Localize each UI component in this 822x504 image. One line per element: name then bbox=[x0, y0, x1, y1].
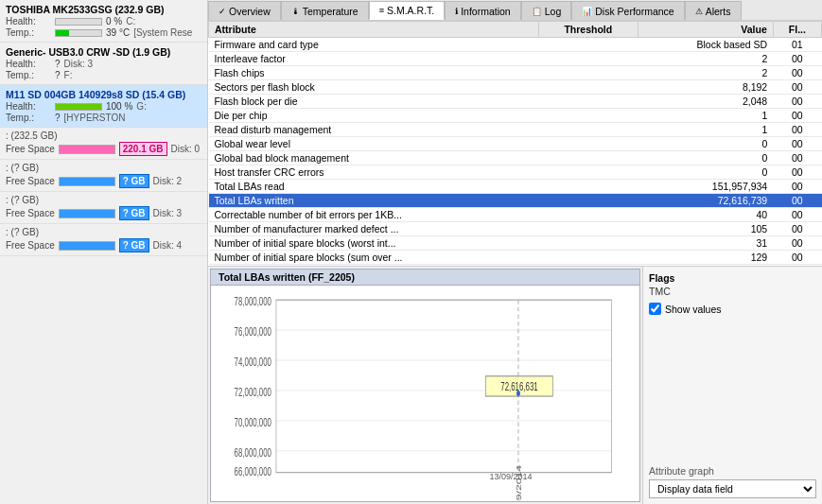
device-name-3: M11 SD 004GB 140929s8 SD (15.4 GB) bbox=[6, 89, 201, 100]
cell-attribute-10: Total LBAs read bbox=[209, 180, 539, 194]
information-icon: ℹ bbox=[455, 7, 458, 16]
log-icon: 📋 bbox=[532, 7, 542, 16]
cell-flags-6: 00 bbox=[773, 123, 821, 137]
disk-space-row-0: Free Space 220.1 GB Disk: 0 bbox=[6, 142, 201, 156]
disk-space-label-0: : (232.5 GB) bbox=[6, 130, 201, 141]
tab-alerts-label: Alerts bbox=[706, 6, 731, 17]
device-health-row-1: Health: 0 % C: bbox=[6, 16, 201, 26]
table-row[interactable]: Die per chip100 bbox=[209, 109, 822, 123]
smart-icon: ≡ bbox=[379, 6, 384, 15]
right-panel: ✓ Overview 🌡 Temperature ≡ S.M.A.R.T. ℹ … bbox=[208, 0, 822, 504]
table-row[interactable]: Sectors per flash block8,19200 bbox=[209, 80, 822, 95]
tab-log[interactable]: 📋 Log bbox=[521, 1, 572, 20]
disk-space-item-0: : (232.5 GB) Free Space 220.1 GB Disk: 0 bbox=[0, 128, 207, 160]
disk-space-label-2: : (? GB) bbox=[6, 195, 201, 205]
show-values-checkbox[interactable] bbox=[649, 303, 661, 315]
cell-flags-4: 00 bbox=[773, 95, 821, 109]
temp-label-1: Temp.: bbox=[6, 27, 51, 38]
disk-space-row-2: Free Space ? GB Disk: 3 bbox=[6, 206, 201, 220]
tab-temperature-label: Temperature bbox=[303, 6, 359, 17]
tab-overview[interactable]: ✓ Overview bbox=[208, 1, 281, 20]
health-bar-fill-3 bbox=[56, 104, 101, 110]
cell-flags-7: 00 bbox=[773, 137, 821, 151]
free-space-bar-0 bbox=[59, 145, 115, 154]
smart-table-area[interactable]: Attribute Threshold Value Fl... Firmware… bbox=[208, 21, 822, 267]
disk-space-item-3: : (? GB) Free Space ? GB Disk: 4 bbox=[0, 224, 207, 256]
table-row[interactable]: Flash chips200 bbox=[209, 66, 822, 80]
cell-attribute-3: Sectors per flash block bbox=[209, 80, 539, 95]
disk-space-item-2: : (? GB) Free Space ? GB Disk: 3 bbox=[0, 192, 207, 224]
disk-space-label-1: : (? GB) bbox=[6, 163, 201, 173]
health-bar-bg-1 bbox=[55, 18, 102, 26]
device-name-2: Generic- USB3.0 CRW -SD (1.9 GB) bbox=[6, 46, 201, 58]
show-values-label: Show values bbox=[665, 304, 722, 315]
svg-text:76,000,000: 76,000,000 bbox=[235, 326, 272, 339]
table-row[interactable]: Correctable number of bit errors per 1KB… bbox=[209, 208, 822, 222]
table-row[interactable]: Number of initial spare blocks (worst in… bbox=[209, 236, 822, 251]
table-row[interactable]: Flash block per die2,04800 bbox=[209, 95, 822, 109]
cell-flags-1: 00 bbox=[773, 52, 821, 66]
table-row[interactable]: Total LBAs read151,957,93400 bbox=[209, 180, 822, 194]
cell-attribute-13: Number of manufacturer marked defect ... bbox=[209, 222, 539, 236]
chart-title: Total LBAs written (FF_2205) bbox=[210, 269, 640, 286]
device-item-2[interactable]: Generic- USB3.0 CRW -SD (1.9 GB) Health:… bbox=[0, 43, 207, 85]
tab-temperature[interactable]: 🌡 Temperature bbox=[281, 1, 369, 20]
cell-flags-5: 00 bbox=[773, 109, 821, 123]
table-row[interactable]: Read disturb management100 bbox=[209, 123, 822, 137]
cell-threshold-11 bbox=[538, 194, 638, 208]
tab-smart[interactable]: ≡ S.M.A.R.T. bbox=[369, 1, 445, 20]
device-item-1[interactable]: TOSHIBA MK2533GSG (232.9 GB) Health: 0 %… bbox=[0, 0, 207, 43]
table-row[interactable]: Total LBAs written72,616,73900 bbox=[209, 194, 822, 208]
show-values-row[interactable]: Show values bbox=[649, 303, 816, 315]
table-row[interactable]: Global bad block management000 bbox=[209, 151, 822, 165]
free-space-bar-2 bbox=[59, 209, 115, 218]
disk-space-item-1: : (? GB) Free Space ? GB Disk: 2 bbox=[0, 160, 207, 192]
cell-value-8: 0 bbox=[638, 151, 773, 165]
cell-threshold-15 bbox=[538, 251, 638, 265]
tab-information[interactable]: ℹ Information bbox=[445, 1, 521, 20]
cell-threshold-14 bbox=[538, 236, 638, 251]
cell-value-1: 2 bbox=[638, 52, 773, 66]
cell-attribute-11: Total LBAs written bbox=[209, 194, 539, 208]
free-space-bar-1 bbox=[59, 177, 115, 186]
cell-attribute-1: Interleave factor bbox=[209, 52, 539, 66]
table-row[interactable]: Number of initial spare blocks (sum over… bbox=[209, 251, 822, 265]
flags-value: TMC bbox=[649, 286, 816, 297]
tabs-bar: ✓ Overview 🌡 Temperature ≡ S.M.A.R.T. ℹ … bbox=[208, 0, 822, 21]
table-row[interactable]: Host transfer CRC errors000 bbox=[209, 165, 822, 180]
display-field-select[interactable]: Display data field Raw value Normalized … bbox=[649, 479, 816, 498]
chart-container: Total LBAs written (FF_2205) 78,000,000 … bbox=[208, 267, 642, 504]
smart-table: Attribute Threshold Value Fl... Firmware… bbox=[208, 21, 822, 267]
device-item-3[interactable]: M11 SD 004GB 140929s8 SD (15.4 GB) Healt… bbox=[0, 85, 207, 128]
health-value-3: 100 % bbox=[106, 101, 132, 112]
cell-attribute-0: Firmware and card type bbox=[209, 38, 539, 52]
svg-rect-7 bbox=[276, 300, 612, 472]
col-value: Value bbox=[638, 22, 773, 38]
cell-value-0: Block based SD bbox=[638, 38, 773, 52]
cell-flags-13: 00 bbox=[773, 222, 821, 236]
temp-value-1: 39 °C bbox=[106, 27, 130, 38]
health-label-3: Health: bbox=[6, 101, 51, 112]
cell-flags-11: 00 bbox=[773, 194, 821, 208]
cell-threshold-1 bbox=[538, 52, 638, 66]
tab-alerts[interactable]: ⚠ Alerts bbox=[685, 1, 742, 20]
health-label-2: Health: bbox=[6, 59, 51, 69]
temp-bar-bg-1 bbox=[55, 29, 102, 37]
cell-threshold-5 bbox=[538, 109, 638, 123]
table-row[interactable]: Number of manufacturer marked defect ...… bbox=[209, 222, 822, 236]
tab-disk-performance[interactable]: 📊 Disk Performance bbox=[571, 1, 684, 20]
table-row[interactable]: Interleave factor200 bbox=[209, 52, 822, 66]
alerts-icon: ⚠ bbox=[695, 7, 703, 16]
attribute-graph-section: Attribute graph Display data field Raw v… bbox=[649, 465, 816, 498]
temp-label-2: Temp.: bbox=[6, 70, 51, 80]
tab-smart-label: S.M.A.R.T. bbox=[387, 5, 434, 16]
table-row[interactable]: Firmware and card typeBlock based SD01 bbox=[209, 38, 822, 52]
g-label-3: G: bbox=[136, 101, 147, 112]
col-attribute: Attribute bbox=[209, 22, 539, 38]
svg-text:68,000,000: 68,000,000 bbox=[235, 446, 272, 459]
table-row[interactable]: Global wear level000 bbox=[209, 137, 822, 151]
tab-overview-label: Overview bbox=[229, 6, 271, 17]
free-space-val-2: ? GB bbox=[119, 206, 149, 220]
left-panel: TOSHIBA MK2533GSG (232.9 GB) Health: 0 %… bbox=[0, 0, 208, 504]
health-label-1: Health: bbox=[6, 16, 51, 26]
